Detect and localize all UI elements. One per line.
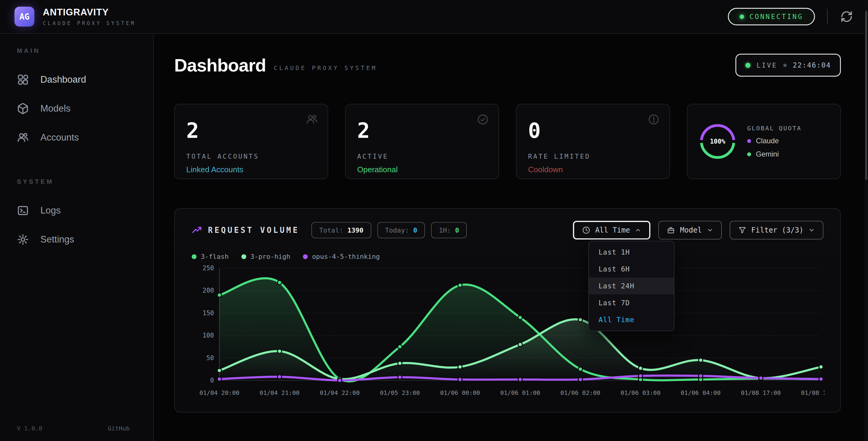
x-axis-tick: 01/06 03:00 bbox=[621, 389, 660, 396]
time-range-label: All Time bbox=[595, 226, 630, 234]
check-circle-icon bbox=[477, 113, 489, 125]
card-global-quota: 100% GLOBAL QUOTA Claude Gemini bbox=[687, 104, 841, 179]
chevron-up-icon bbox=[635, 227, 641, 233]
x-axis-tick: 01/06 00:00 bbox=[440, 389, 480, 396]
data-point bbox=[758, 376, 763, 380]
terminal-icon bbox=[17, 205, 29, 216]
sidebar-item-dashboard[interactable]: Dashboard bbox=[0, 65, 153, 94]
data-point bbox=[458, 377, 462, 382]
page-subtitle: CLAUDE PROXY SYSTEM bbox=[274, 64, 377, 71]
scrollbar-thumb[interactable] bbox=[865, 11, 867, 180]
data-point bbox=[458, 365, 462, 369]
menu-item-all-time[interactable]: All Time bbox=[589, 311, 674, 328]
menu-item-last-1h[interactable]: Last 1H bbox=[589, 244, 674, 261]
sidebar-item-label: Logs bbox=[40, 205, 61, 216]
stat-label: Total: bbox=[319, 227, 343, 234]
live-clock-badge: LIVE 22:46:04 bbox=[735, 54, 841, 77]
data-point bbox=[578, 318, 583, 322]
alert-circle-icon bbox=[648, 113, 660, 125]
y-axis-tick: 200 bbox=[203, 287, 214, 294]
card-label: ACTIVE bbox=[357, 153, 487, 160]
series-name: 3-flash bbox=[201, 253, 229, 260]
y-axis-tick: 150 bbox=[203, 310, 214, 317]
data-point bbox=[217, 293, 221, 297]
data-point bbox=[338, 378, 342, 382]
clock-icon bbox=[582, 226, 590, 234]
time-range-dropdown-menu: Last 1H Last 6H Last 24H Last 7D All Tim… bbox=[588, 241, 675, 331]
data-point bbox=[819, 365, 823, 369]
data-point bbox=[578, 377, 583, 382]
sidebar-item-label: Dashboard bbox=[40, 74, 86, 85]
x-axis-tick: 01/06 04:00 bbox=[681, 389, 721, 396]
sidebar-item-settings[interactable]: Settings bbox=[0, 225, 153, 254]
main-content: Dashboard CLAUDE PROXY SYSTEM LIVE 22:46… bbox=[154, 34, 868, 441]
sidebar-item-logs[interactable]: Logs bbox=[0, 196, 153, 225]
series-dot-icon bbox=[303, 254, 308, 259]
card-value: 2 bbox=[186, 120, 316, 141]
sidebar-item-models[interactable]: Models bbox=[0, 94, 153, 123]
card-subtext: Operational bbox=[357, 165, 487, 174]
volume-stat-pills: Total: 1390 Today: 0 1H: 0 bbox=[311, 222, 467, 238]
data-point bbox=[458, 283, 462, 288]
gemini-dot-icon bbox=[747, 152, 751, 156]
scrollbar-track[interactable] bbox=[864, 0, 868, 441]
series-name: 3-pro-high bbox=[250, 253, 290, 260]
sidebar-item-accounts[interactable]: Accounts bbox=[0, 123, 153, 152]
chevron-down-icon bbox=[707, 227, 713, 233]
filter-label: Filter (3/3) bbox=[751, 226, 804, 234]
dot-separator-icon bbox=[783, 64, 786, 67]
menu-item-last-24h[interactable]: Last 24H bbox=[589, 277, 674, 294]
time-range-dropdown-button[interactable]: All Time bbox=[573, 221, 651, 239]
data-point bbox=[217, 377, 221, 381]
data-point bbox=[278, 375, 282, 379]
quota-legend-gemini: Gemini bbox=[747, 150, 802, 158]
briefcase-icon bbox=[667, 226, 675, 234]
quota-legend-claude: Claude bbox=[747, 137, 802, 145]
y-axis-tick: 250 bbox=[203, 265, 214, 272]
quota-legend-label: Claude bbox=[756, 137, 779, 145]
filter-icon bbox=[738, 226, 747, 234]
stat-label: 1H: bbox=[439, 227, 451, 234]
users-icon bbox=[17, 131, 29, 144]
series-dot-icon bbox=[192, 254, 196, 259]
sidebar-item-label: Settings bbox=[40, 234, 74, 245]
data-point bbox=[518, 342, 522, 347]
gear-icon bbox=[17, 233, 29, 245]
data-point bbox=[578, 367, 583, 371]
refresh-icon bbox=[840, 10, 853, 23]
x-axis-tick: 01/05 23:00 bbox=[380, 389, 420, 396]
sidebar-section-system: SYSTEM bbox=[17, 178, 153, 185]
data-point bbox=[638, 374, 643, 378]
data-point bbox=[217, 368, 221, 373]
connection-status-badge: CONNECTING bbox=[728, 8, 815, 25]
quota-title: GLOBAL QUOTA bbox=[747, 124, 802, 132]
model-dropdown-button[interactable]: Model bbox=[658, 221, 721, 239]
menu-item-last-6h[interactable]: Last 6H bbox=[589, 261, 674, 277]
y-axis-tick: 0 bbox=[210, 377, 214, 384]
card-label: TOTAL ACCOUNTS bbox=[186, 153, 316, 160]
sidebar-section-main: MAIN bbox=[17, 47, 153, 54]
clock-value: 22:46:04 bbox=[793, 61, 831, 69]
card-subtext: Cooldown bbox=[528, 165, 658, 174]
x-axis-tick: 01/04 21:00 bbox=[259, 389, 299, 396]
connection-status-label: CONNECTING bbox=[749, 13, 803, 21]
x-axis-tick: 01/04 20:00 bbox=[199, 389, 239, 396]
series-dot-icon bbox=[241, 254, 246, 259]
filter-dropdown-button[interactable]: Filter (3/3) bbox=[730, 221, 824, 239]
live-label: LIVE bbox=[756, 62, 777, 69]
data-point bbox=[398, 361, 402, 365]
chart-legend: 3-flash 3-pro-high opus-4-5-thinking bbox=[192, 253, 824, 260]
card-rate-limited: 0 RATE LIMITED Cooldown bbox=[516, 104, 670, 179]
refresh-button[interactable] bbox=[840, 10, 854, 24]
x-axis-tick: 01/08 17:00 bbox=[741, 389, 781, 396]
card-subtext: Linked Accounts bbox=[186, 165, 316, 174]
data-point bbox=[278, 281, 282, 285]
x-axis-tick: 01/06 02:00 bbox=[560, 389, 600, 396]
request-volume-chart: 05010015020025001/04 20:0001/04 21:0001/… bbox=[192, 263, 824, 401]
legend-item-3-flash: 3-flash bbox=[192, 253, 229, 260]
sidebar-item-label: Accounts bbox=[40, 132, 79, 143]
menu-item-last-7d[interactable]: Last 7D bbox=[589, 294, 674, 311]
data-point bbox=[699, 374, 703, 378]
github-link[interactable]: GitHub bbox=[108, 425, 130, 432]
card-total-accounts: 2 TOTAL ACCOUNTS Linked Accounts bbox=[174, 104, 328, 179]
